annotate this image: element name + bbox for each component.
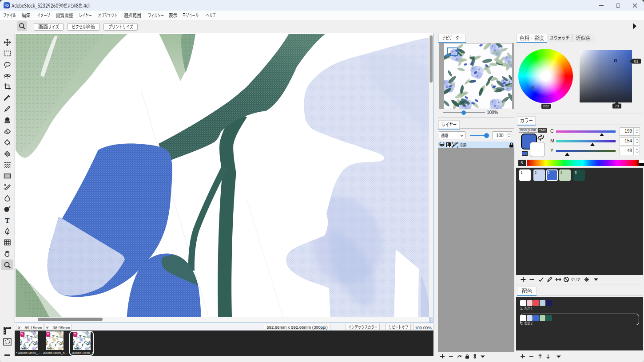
svg-text:73: 73: [615, 104, 619, 108]
svg-text:T: T: [5, 217, 9, 224]
svg-text:81: 81: [634, 59, 639, 63]
